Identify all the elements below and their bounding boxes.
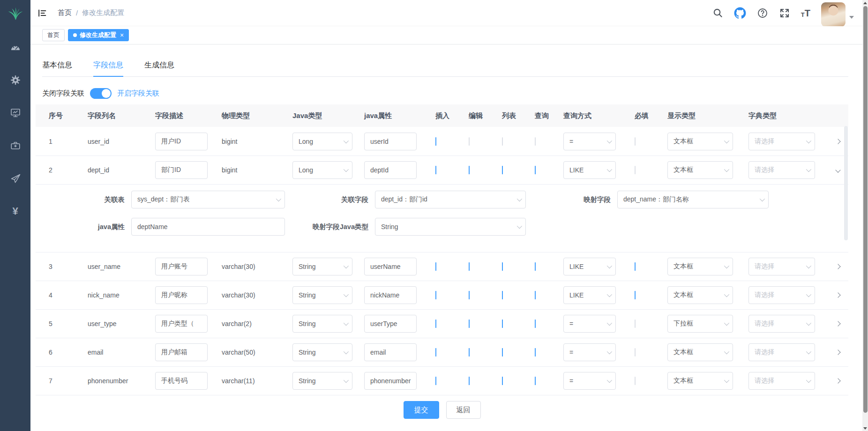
relation-field-select[interactable]: dept_id：部门id xyxy=(375,191,526,208)
avatar[interactable] xyxy=(821,2,846,27)
html-type-select[interactable]: 下拉框 xyxy=(667,315,733,333)
relation-on-label[interactable]: 开启字段关联 xyxy=(117,89,159,98)
java-field-input[interactable]: userId xyxy=(364,133,417,150)
query-mode-select[interactable]: LIKE xyxy=(563,161,616,179)
required-checkbox[interactable] xyxy=(635,377,636,385)
query-checkbox[interactable] xyxy=(535,377,536,385)
required-checkbox[interactable] xyxy=(635,348,636,357)
tab-generate-info[interactable]: 生成信息 xyxy=(144,60,174,76)
java-type-select[interactable]: String xyxy=(292,258,352,275)
java-field-input[interactable]: phonenumber xyxy=(364,372,417,390)
dict-type-select[interactable]: 请选择 xyxy=(748,258,815,275)
insert-checkbox[interactable] xyxy=(435,320,436,328)
html-type-select[interactable]: 文本框 xyxy=(667,133,733,150)
query-mode-select[interactable]: = xyxy=(563,133,616,150)
dict-type-select[interactable]: 请选择 xyxy=(748,372,815,390)
query-mode-select[interactable]: = xyxy=(563,343,616,361)
java-field-input[interactable]: userName xyxy=(364,258,417,275)
edit-checkbox[interactable] xyxy=(469,262,470,271)
map-java-type-select[interactable]: String xyxy=(375,218,526,236)
insert-checkbox[interactable] xyxy=(435,348,436,357)
sidebar-item-dashboard[interactable] xyxy=(0,31,30,64)
column-comment-input[interactable]: 用户昵称 xyxy=(155,286,208,304)
list-checkbox[interactable] xyxy=(502,291,503,299)
expand-toggle[interactable] xyxy=(834,291,842,299)
sidebar-item-system[interactable] xyxy=(0,64,30,97)
html-type-select[interactable]: 文本框 xyxy=(667,258,733,275)
html-type-select[interactable]: 文本框 xyxy=(667,286,733,304)
java-type-select[interactable]: String xyxy=(292,343,352,361)
list-checkbox[interactable] xyxy=(502,166,503,174)
sidebar-item-monitor[interactable] xyxy=(0,97,30,129)
sidebar-item-pay[interactable]: ¥ xyxy=(0,195,30,228)
page-scrollbar-thumb[interactable] xyxy=(863,6,868,413)
question-icon[interactable] xyxy=(757,7,768,19)
scroll-up-icon[interactable] xyxy=(862,0,868,6)
sidebar-item-tool[interactable] xyxy=(0,129,30,162)
insert-checkbox[interactable] xyxy=(435,291,436,299)
query-mode-select[interactable]: = xyxy=(563,372,616,390)
java-field-input[interactable]: deptId xyxy=(364,161,417,179)
expand-toggle[interactable] xyxy=(834,377,842,385)
required-checkbox[interactable] xyxy=(635,166,636,174)
dict-type-select[interactable]: 请选择 xyxy=(748,286,815,304)
user-menu[interactable] xyxy=(821,0,854,27)
search-icon[interactable] xyxy=(712,7,723,18)
required-checkbox[interactable] xyxy=(635,320,636,328)
column-comment-input[interactable]: 用户类型（ xyxy=(155,315,208,333)
tag-active[interactable]: 修改生成配置 × xyxy=(68,29,129,41)
list-checkbox[interactable] xyxy=(502,137,503,146)
java-field-input[interactable]: userType xyxy=(364,315,417,333)
breadcrumb-home[interactable]: 首页 xyxy=(58,8,72,17)
page-scrollbar[interactable] xyxy=(862,0,868,431)
java-type-select[interactable]: String xyxy=(292,286,352,304)
html-type-select[interactable]: 文本框 xyxy=(667,372,733,390)
scroll-down-icon[interactable] xyxy=(862,425,868,431)
font-size-icon[interactable]: TT xyxy=(801,8,810,18)
expand-toggle[interactable] xyxy=(834,349,842,357)
list-checkbox[interactable] xyxy=(502,262,503,271)
query-mode-select[interactable]: LIKE xyxy=(563,258,616,275)
edit-checkbox[interactable] xyxy=(469,377,470,385)
table-scrollbar-thumb[interactable] xyxy=(844,126,848,240)
sidebar-item-guide[interactable] xyxy=(0,162,30,195)
insert-checkbox[interactable] xyxy=(435,262,436,271)
column-comment-input[interactable]: 用户邮箱 xyxy=(155,343,208,361)
query-mode-select[interactable]: LIKE xyxy=(563,286,616,304)
list-checkbox[interactable] xyxy=(502,320,503,328)
hamburger-icon[interactable] xyxy=(37,8,47,18)
insert-checkbox[interactable] xyxy=(435,137,436,146)
expand-toggle[interactable] xyxy=(834,137,842,145)
column-comment-input[interactable]: 用户账号 xyxy=(155,258,208,275)
submit-button[interactable]: 提交 xyxy=(404,401,439,419)
list-checkbox[interactable] xyxy=(502,348,503,357)
relation-table-select[interactable]: sys_dept：部门表 xyxy=(131,191,285,208)
query-checkbox[interactable] xyxy=(535,348,536,357)
java-type-select[interactable]: String xyxy=(292,372,352,390)
java-field-input[interactable]: email xyxy=(364,343,417,361)
edit-checkbox[interactable] xyxy=(469,320,470,328)
required-checkbox[interactable] xyxy=(635,137,636,146)
java-type-select[interactable]: String xyxy=(292,315,352,333)
dict-type-select[interactable]: 请选择 xyxy=(748,133,815,150)
query-checkbox[interactable] xyxy=(535,291,536,299)
insert-checkbox[interactable] xyxy=(435,377,436,385)
query-checkbox[interactable] xyxy=(535,262,536,271)
required-checkbox[interactable] xyxy=(635,262,636,271)
java-type-select[interactable]: Long xyxy=(292,161,352,179)
tag-close-icon[interactable]: × xyxy=(120,31,124,39)
required-checkbox[interactable] xyxy=(635,291,636,299)
edit-checkbox[interactable] xyxy=(469,291,470,299)
column-comment-input[interactable]: 用户ID xyxy=(155,133,208,150)
tab-basic-info[interactable]: 基本信息 xyxy=(42,60,72,76)
query-mode-select[interactable]: = xyxy=(563,315,616,333)
html-type-select[interactable]: 文本框 xyxy=(667,343,733,361)
html-type-select[interactable]: 文本框 xyxy=(667,161,733,179)
github-icon[interactable] xyxy=(734,7,746,19)
expand-toggle[interactable] xyxy=(834,263,842,271)
app-logo[interactable] xyxy=(0,0,30,27)
tag-home[interactable]: 首页 xyxy=(42,29,65,41)
java-type-select[interactable]: Long xyxy=(292,133,352,150)
map-field-select[interactable]: dept_name：部门名称 xyxy=(617,191,769,208)
insert-checkbox[interactable] xyxy=(435,166,436,174)
